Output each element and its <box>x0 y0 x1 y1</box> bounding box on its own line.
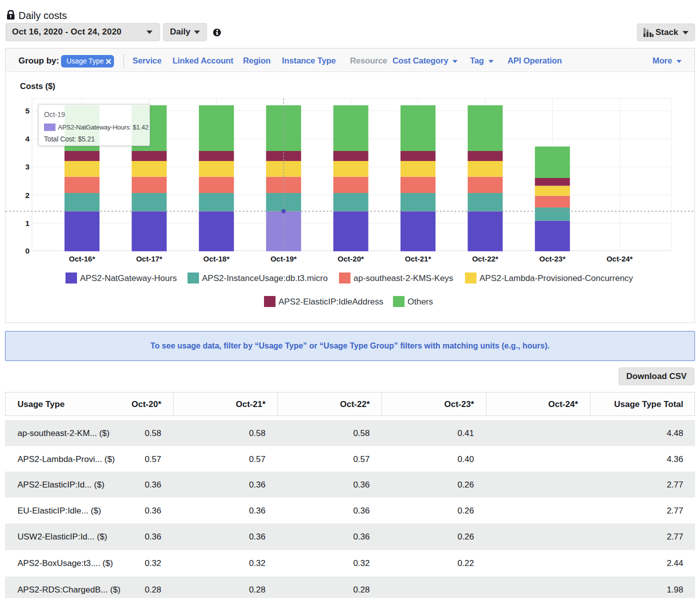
svg-text:Oct-17*: Oct-17* <box>136 254 162 263</box>
svg-text:Oct-20*: Oct-20* <box>338 254 364 263</box>
svg-text:2: 2 <box>25 191 30 200</box>
svg-text:0: 0 <box>25 246 30 255</box>
svg-text:Oct-21*: Oct-21* <box>405 254 432 263</box>
svg-text:Oct-16*: Oct-16* <box>69 254 96 263</box>
svg-text:4: 4 <box>25 134 30 143</box>
svg-text:3: 3 <box>25 162 30 171</box>
svg-text:Oct-24*: Oct-24* <box>606 254 633 263</box>
svg-text:Oct-18*: Oct-18* <box>204 254 230 263</box>
svg-text:Oct-22*: Oct-22* <box>472 254 498 263</box>
svg-text:Oct-19*: Oct-19* <box>270 254 297 263</box>
svg-text:1: 1 <box>25 219 30 228</box>
svg-text:Oct-23*: Oct-23* <box>540 254 566 263</box>
svg-text:5: 5 <box>25 106 30 115</box>
